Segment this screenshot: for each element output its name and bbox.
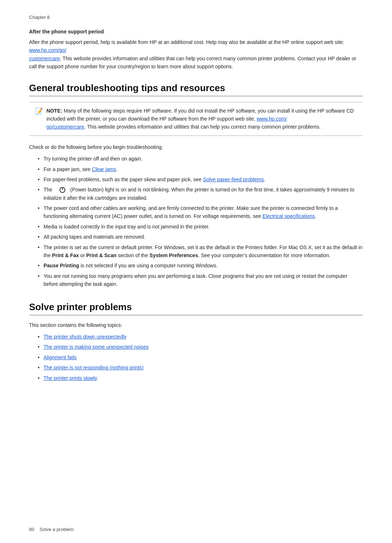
phone-support-text: After the phone support period, help is … — [29, 38, 363, 71]
topic-link-alignment[interactable]: Alignment fails — [44, 354, 77, 360]
list-item: The printer is making some unexpected no… — [38, 343, 363, 351]
list-item: The printer is set as the current or def… — [38, 243, 363, 260]
hp-support-link-1[interactable]: www.hp.com/go/customercare — [29, 47, 66, 61]
list-item: All packing tapes and materials are remo… — [38, 233, 363, 241]
note-label: NOTE: — [46, 108, 62, 114]
solve-printer-section: Solve printer problems This section cont… — [29, 301, 363, 382]
note-box: 📝 NOTE: Many of the following steps requ… — [29, 102, 363, 136]
troubleshooting-intro: Check or do the following before you beg… — [29, 143, 363, 151]
phone-support-title: After the phone support period — [29, 29, 363, 35]
solve-paper-feed-link[interactable]: Solve paper-feed problems — [203, 177, 264, 182]
clear-jams-link[interactable]: Clear jams — [92, 166, 116, 172]
list-item: For paper-feed problems, such as the pap… — [38, 175, 363, 183]
list-item: Alignment fails — [38, 353, 363, 361]
topic-link-not-responding[interactable]: The printer is not responding (nothing p… — [44, 365, 143, 370]
list-item: The power cord and other cables are work… — [38, 204, 363, 220]
topic-link-noises[interactable]: The printer is making some unexpected no… — [44, 344, 148, 350]
page-footer: 80 Solve a problem — [29, 527, 74, 532]
solve-intro-text: This section contains the following topi… — [29, 321, 363, 329]
note-content: NOTE: Many of the following steps requir… — [46, 107, 357, 131]
troubleshooting-bullet-list: Try turning the printer off and then on … — [38, 155, 363, 288]
electrical-specs-link[interactable]: Electrical specifications — [262, 213, 315, 219]
solve-printer-heading: Solve printer problems — [29, 301, 363, 313]
note-icon: 📝 — [35, 107, 43, 115]
topic-link-shutdown[interactable]: The printer shuts down unexpectedly — [44, 334, 127, 340]
general-troubleshooting-heading: General troubleshooting tips and resourc… — [29, 82, 363, 94]
power-button-icon — [59, 187, 66, 194]
list-item: Pause Printing is not selected if you ar… — [38, 262, 363, 270]
footer-text: Solve a problem — [40, 527, 74, 532]
list-item: Try turning the printer off and then on … — [38, 155, 363, 163]
list-item: You are not running too many programs wh… — [38, 272, 363, 288]
list-item: For a paper jam, see Clear jams. — [38, 165, 363, 173]
chapter-label: Chapter 8 — [29, 15, 363, 20]
general-troubleshooting-section: General troubleshooting tips and resourc… — [29, 82, 363, 288]
section-divider — [29, 96, 363, 96]
phone-support-section: After the phone support period After the… — [29, 29, 363, 71]
solve-section-divider — [29, 315, 363, 315]
list-item: The printer prints slowly — [38, 374, 363, 382]
solve-topics-list: The printer shuts down unexpectedly The … — [38, 333, 363, 382]
list-item: The (Power button) light is on and is no… — [38, 186, 363, 202]
list-item: The printer is not responding (nothing p… — [38, 364, 363, 372]
topic-link-slow[interactable]: The printer prints slowly — [44, 375, 97, 381]
list-item: Media is loaded correctly in the input t… — [38, 223, 363, 231]
list-item: The printer shuts down unexpectedly — [38, 333, 363, 341]
hp-support-link-2[interactable]: www.hp.com/go/customercare — [46, 116, 287, 130]
page-number: 80 — [29, 527, 34, 532]
